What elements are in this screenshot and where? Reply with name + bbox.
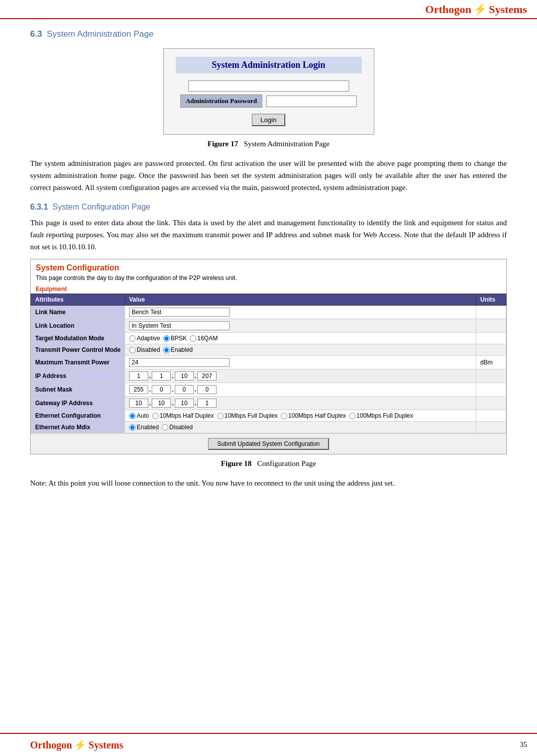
footer-logo-icon: ⚡ <box>74 739 86 751</box>
units-cell-4: dBm <box>476 356 506 369</box>
text-input-1[interactable] <box>129 321 230 330</box>
sysconfig-section-label: Equipment <box>31 285 506 294</box>
sysconfig-box: System Configuration This page controls … <box>30 259 507 454</box>
radio-8-10Mbps_Half_Duplex[interactable] <box>152 413 159 419</box>
text-input-4[interactable] <box>129 358 230 367</box>
ip-input-5-3[interactable] <box>197 371 217 381</box>
para2: This page is used to enter data about th… <box>30 217 507 253</box>
section-6-3-1-title: System Configuration Page <box>52 203 150 211</box>
password-input[interactable] <box>266 96 357 107</box>
radio-8-Auto[interactable] <box>129 413 136 419</box>
value-cell-3[interactable]: Disabled Enabled <box>125 344 476 356</box>
value-cell-1[interactable] <box>125 319 476 333</box>
main-content: 6.3 System Administration Page System Ad… <box>0 19 537 515</box>
attr-cell-8: Ethernet Configuration <box>31 410 125 422</box>
login-container: System Administration Login Administrati… <box>30 48 507 135</box>
ip-input-5-1[interactable] <box>152 371 171 381</box>
attr-cell-5: IP Address <box>31 369 125 383</box>
units-cell-2 <box>476 333 506 344</box>
footer-line <box>30 733 527 734</box>
attr-cell-9: Ethernet Auto Mdix <box>31 422 125 433</box>
ip-input-7-3[interactable] <box>197 399 217 408</box>
figure-18-text: Configuration Page <box>257 459 316 467</box>
radio-3-Enabled[interactable] <box>163 347 170 353</box>
sysconfig-desc: This page controls the day to day the co… <box>31 273 506 285</box>
radio-2-16QAM[interactable] <box>190 335 196 342</box>
radio-8-10Mbps_Full_Duplex[interactable] <box>217 413 224 419</box>
figure-17-caption: Figure 17 System Administration Page <box>30 140 507 148</box>
figure-17-label: Figure 17 <box>207 140 238 148</box>
header-logo-suffix: Systems <box>489 3 527 16</box>
radio-8-100Mbps_Full_Duplex[interactable] <box>349 413 356 419</box>
ip-input-6-3[interactable] <box>197 385 217 394</box>
header-logo: Orthogon ⚡ Systems <box>425 3 527 16</box>
submit-row: Submit Updated System Configuration <box>31 433 506 454</box>
para3: Note: At this point you will loose conne… <box>30 477 507 489</box>
dummy-input-row <box>176 80 362 91</box>
ip-input-6-0[interactable] <box>129 385 148 394</box>
footer-logo-text: Orthogon <box>30 739 72 751</box>
units-cell-0 <box>476 306 506 319</box>
units-cell-8 <box>476 410 506 422</box>
radio-2-Adaptive[interactable] <box>129 335 136 342</box>
sysconfig-title: System Configuration <box>31 259 506 273</box>
figure-18-label: Figure 18 <box>221 459 252 467</box>
login-button[interactable]: Login <box>252 114 286 126</box>
section-6-3-1-heading: 6.3.1 System Configuration Page <box>30 203 507 212</box>
value-cell-5[interactable]: ... <box>125 369 476 383</box>
figure-18-caption: Figure 18 Configuration Page <box>30 459 507 468</box>
ip-input-5-2[interactable] <box>175 371 194 381</box>
para1: The system administration pages are pass… <box>30 157 507 194</box>
attr-cell-6: Subnet Mask <box>31 383 125 397</box>
dummy-input <box>188 80 349 91</box>
login-box: System Administration Login Administrati… <box>163 48 374 135</box>
attr-cell-4: Maximum Transmit Power <box>31 356 125 369</box>
radio-3-Disabled[interactable] <box>129 347 136 353</box>
login-button-row: Login <box>176 112 362 126</box>
units-cell-7 <box>476 397 506 410</box>
section-6-3-number: 6.3 <box>30 29 42 39</box>
value-cell-0[interactable] <box>125 306 476 319</box>
units-cell-6 <box>476 383 506 397</box>
ip-input-6-2[interactable] <box>175 385 194 394</box>
radio-9-Enabled[interactable] <box>129 424 136 431</box>
value-cell-7[interactable]: ... <box>125 397 476 410</box>
ip-input-7-1[interactable] <box>152 399 171 408</box>
footer-logo: Orthogon ⚡ Systems <box>30 739 123 751</box>
section-6-3-heading: 6.3 System Administration Page <box>30 29 507 39</box>
figure-17-text: System Administration Page <box>244 140 330 148</box>
header-logo-icon: ⚡ <box>473 3 487 16</box>
text-input-0[interactable] <box>129 308 230 317</box>
login-form-row: Administration Password <box>176 94 362 108</box>
col-header-value: Value <box>125 294 476 306</box>
attr-cell-2: Target Modulation Mode <box>31 333 125 344</box>
ip-input-6-1[interactable] <box>152 385 171 394</box>
radio-9-Disabled[interactable] <box>162 424 168 431</box>
radio-8-100Mbps_Half_Duplex[interactable] <box>281 413 287 419</box>
section-6-3-title: System Administration Page <box>47 29 154 39</box>
header-logo-text: Orthogon <box>425 3 472 16</box>
units-cell-3 <box>476 344 506 356</box>
col-header-attributes: Attributes <box>31 294 125 306</box>
ip-input-5-0[interactable] <box>129 371 148 381</box>
attr-cell-3: Transmit Power Control Mode <box>31 344 125 356</box>
value-cell-2[interactable]: Adaptive BPSK 16QAM <box>125 333 476 344</box>
section-6-3-1-number: 6.3.1 <box>30 203 48 211</box>
submit-button[interactable]: Submit Updated System Configuration <box>208 438 329 450</box>
footer-logo-suffix: Systems <box>88 739 123 751</box>
units-cell-9 <box>476 422 506 433</box>
radio-2-BPSK[interactable] <box>163 335 170 342</box>
page-header: Orthogon ⚡ Systems <box>0 0 537 19</box>
config-table: Attributes Value Units Link NameLink Loc… <box>31 294 506 433</box>
value-cell-8[interactable]: Auto 10Mbps Half Duplex 10Mbps Full Dupl… <box>125 410 476 422</box>
value-cell-9[interactable]: Enabled Disabled <box>125 422 476 433</box>
col-header-units: Units <box>476 294 506 306</box>
value-cell-4[interactable] <box>125 356 476 369</box>
ip-input-7-0[interactable] <box>129 399 148 408</box>
value-cell-6[interactable]: ... <box>125 383 476 397</box>
units-cell-5 <box>476 369 506 383</box>
units-cell-1 <box>476 319 506 333</box>
attr-cell-0: Link Name <box>31 306 125 319</box>
ip-input-7-2[interactable] <box>175 399 194 408</box>
login-title: System Administration Login <box>176 57 362 73</box>
